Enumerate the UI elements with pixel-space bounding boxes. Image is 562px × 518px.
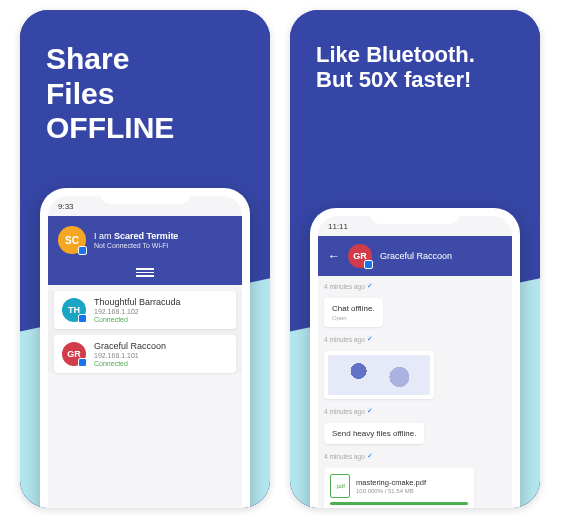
back-arrow-icon[interactable]: ← xyxy=(328,249,340,263)
check-icon: ✓ xyxy=(367,407,373,415)
avatar-self[interactable]: SC xyxy=(58,226,86,254)
headline-line: Like Bluetooth. xyxy=(316,42,518,67)
device-indicator-icon xyxy=(78,358,87,367)
app-header: SC I am Scared Termite Not Connected To … xyxy=(48,216,242,262)
avatar-initials: GR xyxy=(67,349,81,359)
chat-header: ← GR Graceful Raccoon xyxy=(318,236,512,276)
peer-ip: 192.168.1.102 xyxy=(94,308,181,315)
peer-ip: 192.168.1.101 xyxy=(94,352,166,359)
hamburger-icon xyxy=(136,266,154,279)
check-icon: ✓ xyxy=(367,282,373,290)
avatar-initials: TH xyxy=(68,305,80,315)
peer-status: Connected xyxy=(94,360,166,367)
avatar-peer: TH xyxy=(62,298,86,322)
phone-mock-2: 11:11 ← GR Graceful Raccoon 4 minutes ag… xyxy=(310,208,520,508)
peer-row[interactable]: GR Graceful Raccoon 192.168.1.101 Connec… xyxy=(54,335,236,373)
message-bubble[interactable]: Chat offline. Open xyxy=(324,298,383,327)
avatar-peer[interactable]: GR xyxy=(348,244,372,268)
avatar-initials: SC xyxy=(65,235,79,246)
status-time: 9:33 xyxy=(58,202,74,211)
device-indicator-icon xyxy=(78,246,87,255)
message-action: Open xyxy=(332,315,375,321)
phone-mock-1: 9:33 SC I am Scared Termite Not Connecte… xyxy=(40,188,250,508)
message-timestamp: 4 minutes ago✓ xyxy=(324,452,506,460)
phone-notch xyxy=(370,208,460,224)
menu-button[interactable] xyxy=(48,262,242,285)
peers-list: TH Thoughtful Barracuda 192.168.1.102 Co… xyxy=(48,291,242,373)
message-bubble[interactable]: Send heavy files offline. xyxy=(324,423,424,444)
avatar-peer: GR xyxy=(62,342,86,366)
phone-notch xyxy=(100,188,190,204)
message-timestamp: 4 minutes ago✓ xyxy=(324,407,506,415)
check-icon: ✓ xyxy=(367,452,373,460)
headline-line: Files xyxy=(46,77,248,112)
status-time: 11:11 xyxy=(328,222,348,231)
headline-line: OFFLINE xyxy=(46,111,248,146)
headline-1: Share Files OFFLINE xyxy=(20,10,270,146)
message-text: Chat offline. xyxy=(332,304,375,313)
wifi-status: Not Connected To Wi-Fi xyxy=(94,242,178,249)
headline-line: Share xyxy=(46,42,248,77)
message-timestamp: 4 minutes ago✓ xyxy=(324,335,506,343)
message-timestamp: 4 minutes ago✓ xyxy=(324,282,506,290)
image-thumbnail xyxy=(328,355,430,395)
promo-panel-2: Like Bluetooth. But 50X faster! 11:11 ← … xyxy=(290,10,540,508)
message-text: Send heavy files offline. xyxy=(332,429,416,438)
promo-panel-1: Share Files OFFLINE 9:33 SC I xyxy=(20,10,270,508)
peer-name: Graceful Raccoon xyxy=(94,341,166,351)
headline-2: Like Bluetooth. But 50X faster! xyxy=(290,10,540,93)
phone-screen-1: 9:33 SC I am Scared Termite Not Connecte… xyxy=(48,196,242,508)
file-message[interactable]: .pdf mastering-cmake.pdf 100.000% / 51.5… xyxy=(324,468,474,508)
peer-name: Thoughtful Barracuda xyxy=(94,297,181,307)
headline-line: But 50X faster! xyxy=(316,67,518,92)
device-indicator-icon xyxy=(78,314,87,323)
file-name: mastering-cmake.pdf xyxy=(356,478,426,487)
pdf-file-icon: .pdf xyxy=(330,474,350,498)
chat-title: Graceful Raccoon xyxy=(380,251,452,261)
image-message[interactable] xyxy=(324,351,434,399)
peer-row[interactable]: TH Thoughtful Barracuda 192.168.1.102 Co… xyxy=(54,291,236,329)
self-name: I am Scared Termite xyxy=(94,231,178,241)
screenshots-row: Share Files OFFLINE 9:33 SC I xyxy=(0,0,562,518)
check-icon: ✓ xyxy=(367,335,373,343)
chat-thread: 4 minutes ago✓ Chat offline. Open 4 minu… xyxy=(318,276,512,508)
peer-status: Connected xyxy=(94,316,181,323)
device-indicator-icon xyxy=(364,260,373,269)
file-meta: 100.000% / 51.54 MB xyxy=(356,488,426,494)
progress-bar xyxy=(330,502,468,505)
phone-screen-2: 11:11 ← GR Graceful Raccoon 4 minutes ag… xyxy=(318,216,512,508)
